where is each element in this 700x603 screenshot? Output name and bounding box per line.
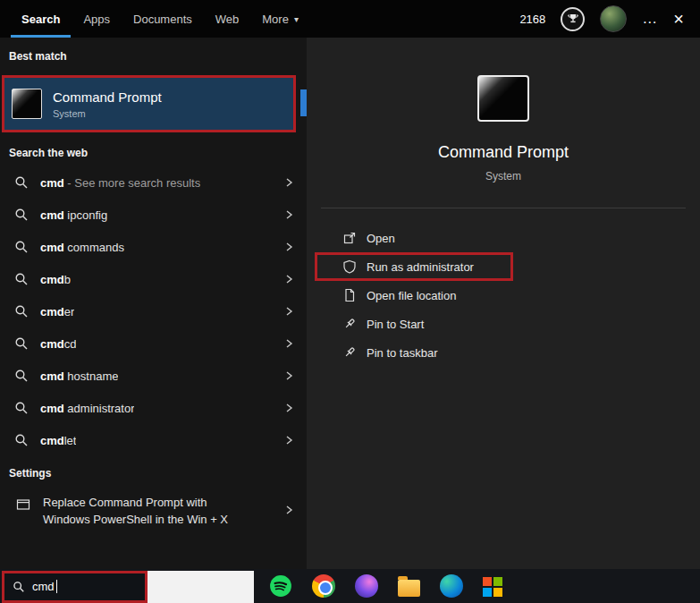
action-open-file-location[interactable]: Open file location: [307, 281, 700, 310]
search-icon: [14, 240, 29, 254]
ms-square-red: [483, 577, 492, 586]
search-icon: [14, 208, 29, 222]
ms-square-green: [493, 577, 502, 586]
tab-apps[interactable]: Apps: [83, 0, 110, 38]
search-content: Best match Command Prompt System Search …: [0, 38, 700, 569]
search-icon: [14, 369, 29, 383]
ms-square-yellow: [493, 588, 502, 597]
suggestion-cmd-commands[interactable]: cmd commands: [0, 231, 307, 263]
shield-icon: [342, 259, 357, 274]
ms-square-blue: [483, 588, 492, 597]
best-match-title: Command Prompt: [53, 89, 162, 105]
results-panel: Best match Command Prompt System Search …: [0, 38, 307, 569]
suggestion-cmdcd[interactable]: cmdcd: [0, 327, 307, 360]
best-match-result-command-prompt[interactable]: Command Prompt System: [2, 75, 296, 132]
search-icon: [14, 272, 29, 286]
tab-web[interactable]: Web: [215, 0, 240, 38]
tab-more[interactable]: More ▾: [262, 0, 299, 38]
suggestion-text: cmdcd: [40, 337, 76, 351]
open-window-icon: [342, 231, 357, 245]
chevron-down-icon: ▾: [294, 14, 299, 24]
accent-marker: [300, 89, 307, 116]
text-cursor: [56, 580, 57, 593]
suggestion-cmd-see-more[interactable]: cmd - See more search results: [0, 166, 307, 199]
search-icon: [14, 401, 29, 415]
topbar-right-cluster: 2168 … ×: [519, 5, 700, 32]
taskbar: cmd: [0, 569, 700, 603]
best-match-text: Command Prompt System: [53, 89, 162, 119]
suggestion-text: cmd administrator: [40, 402, 134, 415]
window-icon: [16, 497, 30, 512]
trophy-glyph: [567, 13, 579, 25]
document-icon: [342, 288, 357, 302]
file-explorer-icon[interactable]: [398, 580, 420, 597]
suggestion-cmd-ipconfig[interactable]: cmd ipconfig: [0, 199, 307, 231]
preview-title: Command Prompt: [307, 143, 700, 162]
suggestion-text: cmd ipconfig: [40, 208, 107, 222]
command-prompt-icon-large: [477, 75, 529, 122]
search-icon: [14, 336, 29, 351]
user-avatar[interactable]: [600, 5, 627, 32]
taskbar-search-field-extension[interactable]: [148, 571, 254, 603]
more-options-icon[interactable]: …: [642, 10, 658, 28]
microsoft-app-icon[interactable]: [483, 577, 502, 597]
chevron-right-icon[interactable]: [283, 306, 294, 317]
suggestion-text: cmd - See more search results: [40, 176, 200, 190]
chevron-right-icon[interactable]: [283, 370, 294, 381]
divider: [321, 208, 686, 208]
settings-item-text: Replace Command Prompt with Windows Powe…: [43, 494, 238, 528]
search-icon: [14, 304, 29, 318]
chrome-icon[interactable]: [312, 574, 335, 598]
suggestion-cmd-administrator[interactable]: cmd administrator: [0, 392, 307, 424]
suggestion-cmder[interactable]: cmder: [0, 295, 307, 327]
suggestion-cmd-hostname[interactable]: cmd hostname: [0, 360, 307, 392]
edge-icon[interactable]: [440, 574, 463, 598]
suggestion-text: cmd commands: [40, 241, 124, 254]
tab-search[interactable]: Search: [21, 0, 60, 38]
suggestion-text: cmdlet: [40, 434, 76, 447]
pin-icon: [342, 317, 357, 331]
media-app-icon[interactable]: [355, 574, 378, 598]
search-tabs: Search Apps Documents Web More ▾: [0, 0, 299, 38]
suggestion-text: cmd hostname: [40, 369, 118, 383]
taskbar-search-value: cmd: [32, 580, 55, 593]
chevron-right-icon[interactable]: [283, 403, 294, 413]
action-pin-to-start[interactable]: Pin to Start: [307, 310, 700, 338]
settings-item-replace-cmd-powershell[interactable]: Replace Command Prompt with Windows Powe…: [0, 487, 307, 528]
windows-search-flyout: Search Apps Documents Web More ▾ 2168 … …: [0, 0, 700, 603]
chevron-right-icon[interactable]: [283, 209, 294, 220]
chevron-right-icon[interactable]: [283, 505, 294, 515]
close-icon[interactable]: ×: [673, 10, 684, 28]
gamerscore-value[interactable]: 2168: [519, 13, 545, 26]
action-run-as-administrator[interactable]: Run as administrator: [315, 252, 513, 281]
taskbar-app-icons: [269, 574, 502, 598]
chevron-right-icon[interactable]: [283, 435, 294, 446]
suggestion-text: cmdb: [40, 273, 71, 286]
search-icon: [14, 175, 29, 190]
preview-panel: Command Prompt System Open Run as ad: [307, 38, 700, 569]
suggestion-cmdlet[interactable]: cmdlet: [0, 424, 307, 456]
pin-icon: [342, 345, 357, 360]
search-web-header: Search the web: [0, 132, 307, 166]
spotify-icon[interactable]: [269, 574, 292, 598]
chevron-right-icon[interactable]: [283, 338, 294, 349]
best-match-subtitle: System: [53, 108, 162, 119]
preview-subtitle: System: [307, 170, 700, 183]
context-actions: Open Run as administrator Open file loca…: [307, 224, 700, 367]
command-prompt-icon: [12, 89, 42, 119]
search-icon: [14, 433, 29, 447]
settings-header: Settings: [0, 456, 307, 487]
suggestion-text: cmder: [40, 305, 74, 318]
chevron-right-icon[interactable]: [283, 177, 294, 188]
chevron-right-icon[interactable]: [283, 242, 294, 252]
tab-documents[interactable]: Documents: [133, 0, 192, 38]
action-open[interactable]: Open: [307, 224, 700, 252]
action-pin-to-taskbar[interactable]: Pin to taskbar: [307, 338, 700, 367]
search-icon: [13, 581, 25, 593]
suggestion-cmdb[interactable]: cmdb: [0, 263, 307, 295]
chevron-right-icon[interactable]: [283, 274, 294, 285]
search-top-bar: Search Apps Documents Web More ▾ 2168 … …: [0, 0, 700, 38]
trophy-icon[interactable]: [561, 7, 585, 31]
taskbar-search-input[interactable]: cmd: [2, 571, 148, 603]
best-match-header: Best match: [0, 38, 307, 70]
